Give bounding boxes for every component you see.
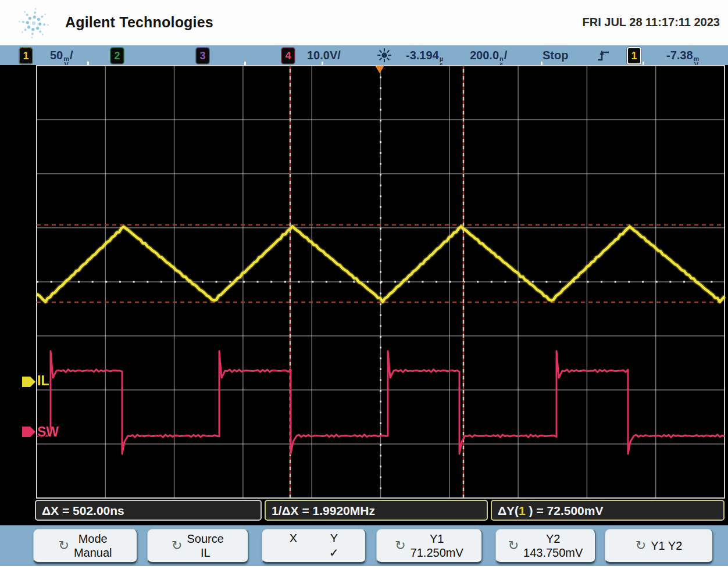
check-icon: ✓ — [314, 546, 355, 560]
delta-x-readout: ΔX = 502.00ns — [35, 500, 262, 521]
softkey-source-value: IL — [201, 546, 210, 560]
delay-readout: -3.194µs — [406, 48, 444, 63]
header-bar: Agilent Technologies FRI JUL 28 11:17:11… — [0, 0, 728, 45]
softkey-y2[interactable]: ↻ Y2143.750mV — [495, 529, 596, 564]
softkey-x-check-slot — [273, 546, 314, 560]
channel-4-scale: 10.0V/ — [307, 48, 341, 63]
agilent-logo-icon — [17, 7, 50, 40]
softkey-mode[interactable]: ↻ ModeManual — [33, 529, 138, 564]
bottom-strip — [0, 566, 728, 573]
softkey-y2-label: Y2 — [546, 532, 560, 546]
rotary-knob-icon: ↻ — [172, 540, 182, 551]
softkey-y1y2[interactable]: ↻ Y1 Y2 — [605, 529, 713, 564]
status-bar: 1 50mV/ 2 3 4 10.0V/ -3.194µs 200.0ns/ S… — [0, 45, 728, 65]
trigger-edge-icon — [597, 48, 611, 63]
scope-graticule — [0, 65, 728, 525]
softkey-x-label[interactable]: X — [273, 531, 314, 546]
channel-1-badge[interactable]: 1 — [19, 48, 33, 64]
channel-4-badge[interactable]: 4 — [281, 48, 295, 64]
oscilloscope-screen: Agilent Technologies FRI JUL 28 11:17:11… — [0, 0, 728, 573]
rotary-knob-icon: ↻ — [508, 540, 519, 551]
datetime-readout: FRI JUL 28 11:17:11 2023 — [583, 16, 720, 29]
channel-1-label: IL — [37, 373, 49, 389]
channel-3-badge[interactable]: 3 — [196, 48, 209, 64]
trigger-source-badge[interactable]: 1 — [627, 47, 641, 65]
softkey-mode-label: Mode — [78, 532, 108, 546]
softkey-mode-value: Manual — [74, 546, 112, 560]
channel-4-label: SW — [37, 424, 59, 440]
rotary-knob-icon: ↻ — [58, 540, 69, 551]
delta-y-channel: 1 — [519, 504, 526, 517]
acquisition-status: Stop — [543, 48, 568, 63]
softkey-source[interactable]: ↻ SourceIL — [147, 529, 249, 564]
trigger-level-readout: -7.38mV — [666, 48, 700, 63]
delta-y-readout: ΔY(1 ) = 72.500mV — [491, 500, 725, 521]
channel-2-badge[interactable]: 2 — [110, 48, 124, 64]
softkey-y1y2-label: Y1 Y2 — [651, 539, 682, 553]
brand-title: Agilent Technologies — [65, 14, 213, 31]
rotary-knob-icon: ↻ — [636, 540, 646, 551]
softkey-y1-value: 71.250mV — [411, 546, 463, 560]
softkey-menu: ↻ ModeManual ↻ SourceIL X Y ✓ ↻ Y171.250… — [0, 525, 728, 566]
softkey-y-label[interactable]: Y — [314, 531, 355, 546]
timebase-readout: 200.0ns/ — [470, 48, 507, 63]
softkey-y1-label: Y1 — [430, 532, 444, 546]
softkey-x-y-select[interactable]: X Y ✓ — [262, 529, 366, 564]
channel-1-scale: 50mV/ — [50, 48, 73, 63]
rotary-knob-icon: ↻ — [395, 540, 405, 551]
waveform-display: IL SW ΔX = 502.00ns 1/ΔX = 1.9920MHz ΔY(… — [0, 65, 728, 525]
channel-1-scale-value: 50 — [50, 49, 63, 62]
softkey-source-label: Source — [187, 532, 224, 546]
softkey-y1[interactable]: ↻ Y171.250mV — [376, 529, 483, 564]
inverse-delta-x-readout: 1/ΔX = 1.9920MHz — [265, 500, 488, 521]
softkey-y2-value: 143.750mV — [523, 546, 583, 560]
horizontal-delay-sun-icon — [377, 48, 392, 63]
